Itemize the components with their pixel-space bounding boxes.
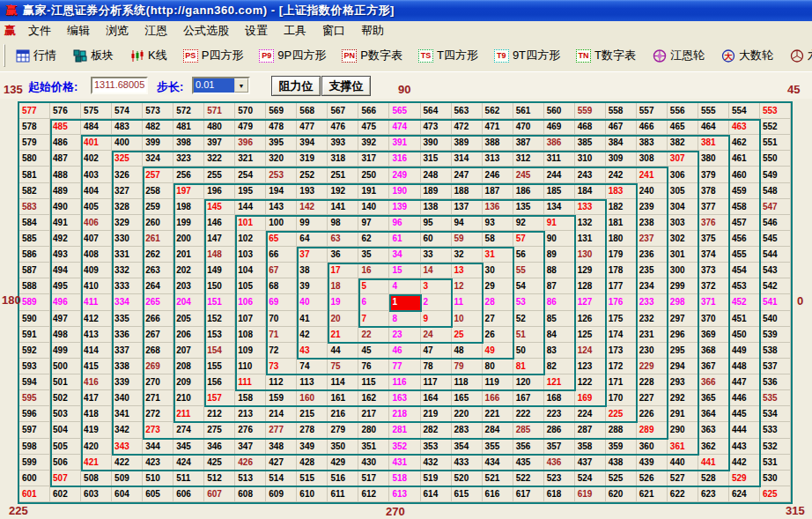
grid-cell-313[interactable]: 313 [483,151,513,167]
grid-cell-95[interactable]: 95 [421,215,452,231]
grid-cell-235[interactable]: 235 [637,263,668,278]
grid-cell-383[interactable]: 383 [637,135,668,151]
grid-cell-423[interactable]: 423 [143,455,173,471]
grid-cell-390[interactable]: 390 [421,135,452,151]
grid-cell-185[interactable]: 185 [544,183,575,199]
grid-cell-459[interactable]: 459 [729,183,760,199]
grid-cell-126[interactable]: 126 [575,311,606,327]
grid-cell-10[interactable]: 10 [452,311,483,327]
grid-cell-611[interactable]: 611 [328,486,358,502]
grid-cell-444[interactable]: 444 [729,422,760,438]
grid-cell-179[interactable]: 179 [606,247,637,263]
grid-cell-203[interactable]: 203 [173,278,204,294]
grid-cell-149[interactable]: 149 [204,263,235,278]
grid-cell-112[interactable]: 112 [266,374,297,390]
grid-cell-344[interactable]: 344 [143,439,173,455]
grid-cell-535[interactable]: 535 [760,390,791,406]
grid-cell-18[interactable]: 18 [328,278,358,294]
grid-cell-520[interactable]: 520 [452,471,483,486]
grid-cell-541[interactable]: 541 [760,294,791,310]
grid-cell-212[interactable]: 212 [204,406,235,422]
grid-cell-44[interactable]: 44 [328,343,358,359]
grid-cell-501[interactable]: 501 [50,374,81,390]
grid-cell-21[interactable]: 21 [328,327,358,343]
grid-cell-169[interactable]: 169 [575,390,606,406]
grid-cell-391[interactable]: 391 [389,135,420,151]
grid-cell-312[interactable]: 312 [513,151,544,167]
grid-cell-47[interactable]: 47 [421,343,452,359]
grid-cell-488[interactable]: 488 [50,167,81,182]
grid-cell-414[interactable]: 414 [81,343,112,359]
grid-cell-98[interactable]: 98 [328,215,358,231]
grid-cell-166[interactable]: 166 [483,390,513,406]
grid-cell-293[interactable]: 293 [668,374,698,390]
grid-cell-176[interactable]: 176 [606,294,637,310]
grid-cell-71[interactable]: 71 [266,327,297,343]
grid-cell-304[interactable]: 304 [668,199,698,215]
grid-cell-526[interactable]: 526 [637,471,668,486]
grid-cell-474[interactable]: 474 [389,119,420,135]
grid-cell-340[interactable]: 340 [112,390,143,406]
toolbar-button-table[interactable]: 行情 [10,45,62,66]
grid-cell-88[interactable]: 88 [544,263,575,278]
grid-cell-27[interactable]: 27 [483,311,513,327]
grid-cell-8[interactable]: 8 [389,311,420,327]
grid-cell-213[interactable]: 213 [235,406,266,422]
grid-cell-239[interactable]: 239 [637,199,668,215]
grid-cell-139[interactable]: 139 [389,199,420,215]
grid-cell-68[interactable]: 68 [266,278,297,294]
grid-cell-153[interactable]: 153 [204,327,235,343]
grid-cell-137[interactable]: 137 [452,199,483,215]
grid-cell-117[interactable]: 117 [421,374,452,390]
grid-cell-87[interactable]: 87 [544,278,575,294]
grid-cell-262[interactable]: 262 [143,247,173,263]
grid-cell-394[interactable]: 394 [297,135,328,151]
grid-cell-288[interactable]: 288 [606,422,637,438]
grid-cell-475[interactable]: 475 [358,119,389,135]
grid-cell-259[interactable]: 259 [143,199,173,215]
grid-cell-19[interactable]: 19 [328,294,358,310]
grid-cell-586[interactable]: 586 [19,247,50,263]
grid-cell-341[interactable]: 341 [112,406,143,422]
grid-cell-286[interactable]: 286 [544,422,575,438]
grid-cell-223[interactable]: 223 [544,406,575,422]
grid-cell-60[interactable]: 60 [421,231,452,247]
grid-cell-568[interactable]: 568 [297,103,328,119]
grid-cell-186[interactable]: 186 [513,183,544,199]
grid-cell-159[interactable]: 159 [266,390,297,406]
menu-item-2[interactable]: 编辑 [59,22,98,39]
grid-cell-531[interactable]: 531 [760,455,791,471]
grid-cell-546[interactable]: 546 [760,215,791,231]
grid-cell-80[interactable]: 80 [483,359,513,374]
grid-cell-343[interactable]: 343 [112,439,143,455]
grid-cell-438[interactable]: 438 [606,455,637,471]
grid-cell-485[interactable]: 485 [50,119,81,135]
grid-cell-195[interactable]: 195 [235,183,266,199]
grid-cell-202[interactable]: 202 [173,263,204,278]
grid-cell-281[interactable]: 281 [389,422,420,438]
grid-cell-222[interactable]: 222 [513,406,544,422]
grid-cell-503[interactable]: 503 [50,406,81,422]
grid-cell-89[interactable]: 89 [544,247,575,263]
grid-cell-346[interactable]: 346 [204,439,235,455]
grid-cell-544[interactable]: 544 [760,247,791,263]
grid-cell-187[interactable]: 187 [483,183,513,199]
grid-cell-610[interactable]: 610 [297,486,328,502]
grid-cell-264[interactable]: 264 [143,278,173,294]
grid-cell-252[interactable]: 252 [297,167,328,182]
grid-cell-79[interactable]: 79 [452,359,483,374]
grid-cell-24[interactable]: 24 [421,327,452,343]
grid-cell-324[interactable]: 324 [143,151,173,167]
grid-cell-292[interactable]: 292 [668,390,698,406]
grid-cell-113[interactable]: 113 [297,374,328,390]
grid-cell-620[interactable]: 620 [606,486,637,502]
grid-cell-486[interactable]: 486 [50,135,81,151]
grid-cell-605[interactable]: 605 [143,486,173,502]
grid-cell-407[interactable]: 407 [81,231,112,247]
grid-cell-146[interactable]: 146 [204,215,235,231]
grid-cell-421[interactable]: 421 [81,455,112,471]
grid-cell-133[interactable]: 133 [575,199,606,215]
grid-cell-562[interactable]: 562 [483,103,513,119]
grid-cell-499[interactable]: 499 [50,343,81,359]
grid-cell-129[interactable]: 129 [575,263,606,278]
